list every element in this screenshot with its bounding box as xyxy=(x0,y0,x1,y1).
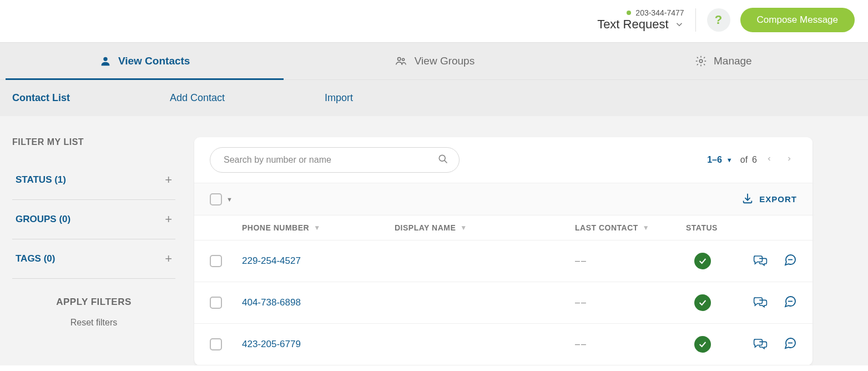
table-action-row: ▼ EXPORT xyxy=(194,183,813,215)
row-phone-number[interactable]: 423-205-6779 xyxy=(242,339,395,350)
status-ok-icon xyxy=(694,294,711,311)
message-icon[interactable] xyxy=(784,253,797,269)
person-icon xyxy=(99,55,112,67)
row-actions xyxy=(753,253,797,269)
conversation-icon[interactable] xyxy=(753,337,768,352)
status-ok-icon xyxy=(694,336,711,353)
col-header-last-contact[interactable]: LAST CONTACT ▼ xyxy=(575,223,686,232)
filter-section-groups[interactable]: GROUPS (0) + xyxy=(12,200,175,239)
sub-tabs: Contact List Add Contact Import xyxy=(0,80,868,116)
page-prev-button[interactable] xyxy=(761,153,777,167)
export-label: EXPORT xyxy=(759,194,797,204)
select-all-checkbox[interactable] xyxy=(210,193,222,205)
conversation-icon[interactable] xyxy=(753,253,768,269)
panel-top: 1–6 ▼ of 6 xyxy=(194,137,813,183)
row-checkbox[interactable] xyxy=(210,338,222,350)
download-icon xyxy=(741,192,754,206)
sort-caret-icon: ▼ xyxy=(643,224,649,232)
header-phone: 203-344-7477 xyxy=(635,8,684,17)
search-input[interactable] xyxy=(210,147,460,173)
filter-section-status[interactable]: STATUS (1) + xyxy=(12,161,175,200)
tab-label: View Groups xyxy=(415,55,475,67)
svg-point-4 xyxy=(439,155,445,161)
tab-label: Manage xyxy=(714,55,752,67)
table-row: 404-738-6898 –– xyxy=(194,282,813,324)
chevron-down-icon xyxy=(674,19,684,29)
plus-icon: + xyxy=(165,173,172,187)
gear-icon xyxy=(695,55,707,67)
help-button[interactable]: ? xyxy=(707,8,730,32)
main-tabs: View Contacts View Groups Manage xyxy=(0,42,868,80)
row-checkbox[interactable] xyxy=(210,297,222,309)
top-header: 203-344-7477 Text Request ? Compose Mess… xyxy=(0,0,868,42)
caret-down-icon[interactable]: ▼ xyxy=(226,196,233,203)
filter-section-tags[interactable]: TAGS (0) + xyxy=(12,239,175,279)
account-dropdown[interactable]: Text Request xyxy=(597,17,684,32)
row-phone-number[interactable]: 229-254-4527 xyxy=(242,255,395,267)
content-area: FILTER MY LIST STATUS (1) + GROUPS (0) +… xyxy=(0,116,868,365)
contacts-panel: 1–6 ▼ of 6 ▼ EXPORT xyxy=(194,137,813,365)
caret-down-icon[interactable]: ▼ xyxy=(726,157,733,163)
tab-view-contacts[interactable]: View Contacts xyxy=(0,43,289,79)
svg-point-2 xyxy=(402,58,404,61)
col-header-name[interactable]: DISPLAY NAME ▼ xyxy=(395,223,575,232)
row-phone-number[interactable]: 404-738-6898 xyxy=(242,297,395,308)
row-status xyxy=(686,336,719,353)
pagination: 1–6 ▼ of 6 xyxy=(707,153,797,167)
row-checkbox[interactable] xyxy=(210,255,222,267)
filter-title: FILTER MY LIST xyxy=(12,137,175,147)
table-row: 423-205-6779 –– xyxy=(194,324,813,365)
compose-message-button[interactable]: Compose Message xyxy=(740,8,855,32)
plus-icon: + xyxy=(165,252,172,266)
svg-point-0 xyxy=(103,57,107,61)
row-status xyxy=(686,294,719,311)
sort-caret-icon: ▼ xyxy=(460,224,467,232)
apply-filters-button[interactable]: APPLY FILTERS xyxy=(12,279,175,313)
tab-manage[interactable]: Manage xyxy=(579,43,868,79)
column-headers: PHONE NUMBER ▼ DISPLAY NAME ▼ LAST CONTA… xyxy=(194,215,813,240)
filter-label: TAGS (0) xyxy=(16,253,55,264)
filter-label: GROUPS (0) xyxy=(16,214,70,225)
conversation-icon[interactable] xyxy=(753,295,768,310)
filter-sidebar: FILTER MY LIST STATUS (1) + GROUPS (0) +… xyxy=(0,137,181,365)
svg-point-1 xyxy=(397,58,401,61)
page-range[interactable]: 1–6 xyxy=(707,155,722,165)
online-dot-icon xyxy=(627,11,631,15)
tab-view-groups[interactable]: View Groups xyxy=(289,43,578,79)
filter-label: STATUS (1) xyxy=(16,174,66,186)
plus-icon: + xyxy=(165,212,172,227)
row-last-contact: –– xyxy=(575,256,686,266)
subtab-add-contact[interactable]: Add Contact xyxy=(170,80,225,116)
account-block: 203-344-7477 Text Request xyxy=(597,8,695,32)
svg-point-3 xyxy=(699,59,703,63)
table-row: 229-254-4527 –– xyxy=(194,240,813,282)
message-icon[interactable] xyxy=(784,295,797,310)
page-next-button[interactable] xyxy=(781,153,797,167)
account-name: Text Request xyxy=(597,17,668,32)
tab-label: View Contacts xyxy=(118,55,190,67)
sort-caret-icon: ▼ xyxy=(314,224,320,232)
search-wrap xyxy=(210,147,460,173)
col-header-phone[interactable]: PHONE NUMBER ▼ xyxy=(242,223,395,232)
page-total: 6 xyxy=(752,155,757,165)
message-icon[interactable] xyxy=(784,337,797,352)
reset-filters-link[interactable]: Reset filters xyxy=(12,313,175,332)
svg-line-5 xyxy=(445,161,447,163)
status-ok-icon xyxy=(694,253,711,269)
row-last-contact: –– xyxy=(575,298,686,308)
row-actions xyxy=(753,337,797,352)
phone-line: 203-344-7477 xyxy=(627,8,684,17)
subtab-import[interactable]: Import xyxy=(325,80,353,116)
question-icon: ? xyxy=(715,13,722,27)
row-last-contact: –– xyxy=(575,339,686,349)
row-actions xyxy=(753,295,797,310)
search-icon xyxy=(437,153,448,167)
people-icon xyxy=(393,55,408,67)
row-status xyxy=(686,253,719,269)
export-button[interactable]: EXPORT xyxy=(741,192,797,206)
col-header-status: STATUS xyxy=(686,223,769,232)
of-label: of xyxy=(740,155,748,165)
subtab-contact-list[interactable]: Contact List xyxy=(12,80,70,116)
